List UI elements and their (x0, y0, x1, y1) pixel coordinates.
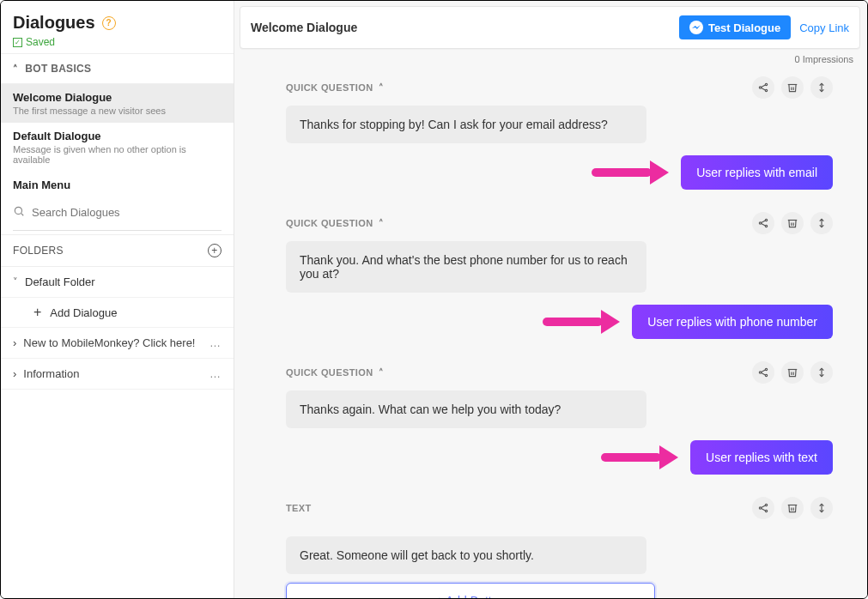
plus-icon: + (33, 305, 41, 320)
check-icon: ✓ (13, 38, 22, 47)
move-icon[interactable] (810, 497, 833, 519)
more-icon[interactable]: … (209, 367, 222, 380)
svg-point-3 (765, 83, 767, 85)
saved-label: Saved (26, 36, 55, 48)
block-type-label[interactable]: TEXT (286, 503, 312, 513)
user-reply-chip[interactable]: User replies with email (681, 155, 833, 190)
impressions-count: 0 Impressions (234, 51, 867, 73)
add-dialogue-label: Add Dialogue (50, 306, 117, 319)
chevron-up-icon: ˄ (379, 218, 384, 229)
add-button[interactable]: + Add Button (286, 583, 655, 598)
svg-point-14 (759, 372, 761, 373)
svg-line-1 (21, 214, 24, 216)
more-icon[interactable]: … (209, 336, 222, 349)
test-dialogue-button[interactable]: Test Dialogue (679, 15, 791, 39)
chevron-up-icon: ˄ (13, 64, 18, 75)
test-dialogue-label: Test Dialogue (708, 21, 780, 34)
svg-line-24 (762, 509, 766, 511)
annotation-arrow (592, 160, 669, 185)
folder-default[interactable]: ˅ Default Folder (1, 267, 234, 298)
bot-message[interactable]: Great. Someone will get back to you shor… (286, 536, 646, 574)
folders-header: FOLDERS + (1, 234, 234, 267)
sidebar-item-title: Default Dialogue (13, 130, 222, 142)
trash-icon[interactable] (781, 497, 804, 519)
svg-point-20 (759, 507, 761, 509)
sidebar-item-welcome[interactable]: Welcome Dialogue The first message a new… (1, 84, 234, 123)
row-label: New to MobileMonkey? Click here! (23, 336, 195, 349)
chevron-right-icon: › (13, 336, 16, 349)
svg-line-12 (762, 224, 766, 226)
annotation-arrow (601, 445, 678, 469)
chevron-up-icon: ˄ (379, 82, 384, 94)
annotation-arrow (543, 310, 620, 334)
page-title: Welcome Dialogue (251, 21, 357, 34)
svg-line-11 (762, 221, 766, 222)
canvas: QUICK QUESTION ˄ Thanks for stopping by!… (234, 73, 867, 598)
add-dialogue[interactable]: + Add Dialogue (1, 298, 234, 328)
svg-point-9 (765, 219, 767, 221)
svg-line-18 (762, 373, 766, 375)
row-label: Information (23, 367, 79, 380)
trash-icon[interactable] (781, 212, 804, 234)
chevron-up-icon: ˄ (379, 367, 384, 378)
svg-line-5 (762, 85, 766, 87)
sidebar-row-new[interactable]: › New to MobileMonkey? Click here! … (1, 328, 234, 359)
chevron-right-icon: › (13, 367, 16, 380)
sidebar-row-info[interactable]: › Information … (1, 359, 234, 390)
sidebar-item-title: Main Menu (13, 178, 222, 191)
search-icon (13, 205, 25, 220)
share-icon[interactable] (752, 212, 774, 234)
svg-point-21 (765, 504, 767, 505)
svg-point-15 (765, 368, 767, 370)
svg-point-16 (765, 374, 767, 376)
trash-icon[interactable] (781, 361, 804, 384)
move-icon[interactable] (810, 212, 833, 234)
block-type-label[interactable]: QUICK QUESTION ˄ (286, 367, 384, 378)
trash-icon[interactable] (781, 76, 804, 99)
divider (13, 230, 222, 231)
svg-point-10 (765, 225, 767, 227)
section-bot-basics[interactable]: ˄ BOT BASICS (1, 53, 234, 84)
messenger-icon (689, 21, 703, 34)
folder-label: Default Folder (25, 275, 95, 288)
svg-point-2 (759, 87, 761, 88)
main-panel: Welcome Dialogue Test Dialogue Copy Link… (234, 1, 867, 598)
block-text: TEXT Great. Someone will get back to you… (286, 497, 833, 598)
sidebar-item-title: Welcome Dialogue (13, 91, 222, 104)
bot-message[interactable]: Thank you. And what's the best phone num… (286, 241, 646, 293)
svg-point-0 (15, 207, 21, 214)
chevron-down-icon: ˅ (13, 276, 18, 287)
add-folder-icon[interactable]: + (208, 244, 222, 257)
help-icon[interactable]: ? (102, 16, 116, 30)
move-icon[interactable] (810, 76, 833, 99)
bot-message[interactable]: Thanks for stopping by! Can I ask for yo… (286, 106, 646, 143)
svg-line-23 (762, 505, 766, 507)
copy-link[interactable]: Copy Link (799, 21, 849, 34)
sidebar-title: Dialogues (13, 13, 95, 33)
move-icon[interactable] (810, 361, 833, 384)
sidebar: Dialogues ? ✓ Saved ˄ BOT BASICS Welcome… (1, 1, 234, 598)
block-type-label[interactable]: QUICK QUESTION ˄ (286, 82, 384, 94)
topbar: Welcome Dialogue Test Dialogue Copy Link (240, 6, 860, 49)
search-input[interactable] (32, 206, 222, 219)
svg-line-17 (762, 370, 766, 372)
share-icon[interactable] (752, 361, 774, 384)
svg-point-22 (765, 510, 767, 511)
sidebar-item-sub: The first message a new visitor sees (13, 106, 222, 116)
block-quick-question: QUICK QUESTION ˄ Thanks for stopping by!… (286, 76, 833, 190)
svg-point-4 (765, 89, 767, 91)
block-type-label[interactable]: QUICK QUESTION ˄ (286, 218, 384, 229)
svg-point-8 (759, 222, 761, 224)
folders-label: FOLDERS (13, 245, 64, 257)
user-reply-chip[interactable]: User replies with phone number (632, 305, 833, 339)
user-reply-chip[interactable]: User replies with text (690, 440, 833, 475)
svg-line-6 (762, 88, 766, 90)
sidebar-item-default[interactable]: Default Dialogue Message is given when n… (1, 123, 234, 172)
block-quick-question: QUICK QUESTION ˄ Thanks again. What can … (286, 361, 833, 475)
sidebar-item-mainmenu[interactable]: Main Menu (1, 172, 234, 198)
block-quick-question: QUICK QUESTION ˄ Thank you. And what's t… (286, 212, 833, 339)
share-icon[interactable] (752, 497, 774, 519)
share-icon[interactable] (752, 76, 774, 99)
bot-message[interactable]: Thanks again. What can we help you with … (286, 390, 646, 428)
saved-indicator: ✓ Saved (13, 36, 222, 48)
